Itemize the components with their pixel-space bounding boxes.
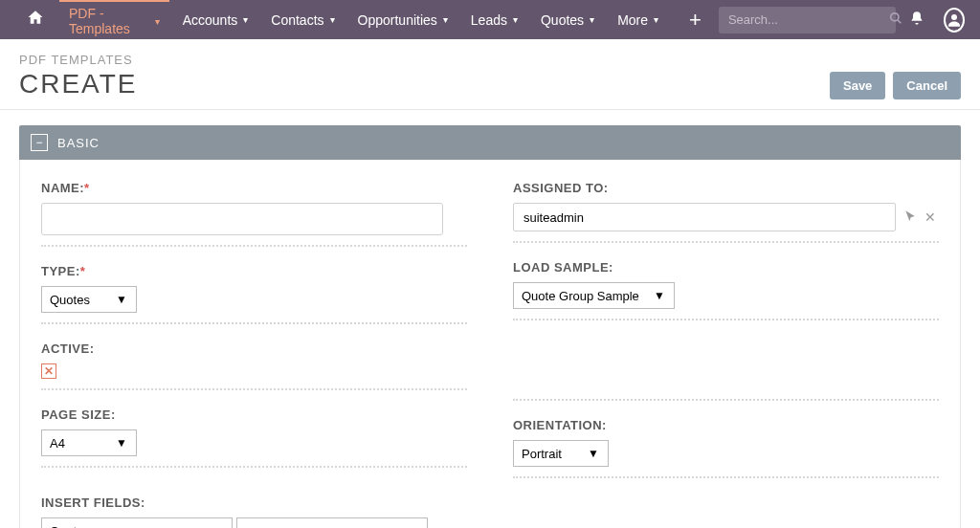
name-input[interactable] (41, 203, 443, 235)
active-label: ACTIVE: (41, 341, 467, 356)
add-icon[interactable]: + (676, 8, 715, 33)
chevron-down-icon: ▾ (155, 16, 160, 27)
home-icon[interactable] (15, 9, 56, 31)
loadsample-label: LOAD SAMPLE: (513, 260, 939, 275)
pagesize-label: PAGE SIZE: (41, 407, 467, 422)
bell-icon[interactable] (900, 11, 934, 30)
svg-point-0 (891, 13, 899, 21)
cancel-button[interactable]: Cancel (893, 72, 961, 99)
insertfields-field-select[interactable] (236, 517, 428, 528)
chevron-down-icon: ▾ (513, 14, 518, 25)
type-select[interactable]: Quotes (41, 286, 137, 313)
nav-quotes[interactable]: Quotes▾ (531, 0, 604, 39)
nav-leads[interactable]: Leads▾ (461, 0, 527, 39)
user-avatar[interactable] (944, 8, 965, 33)
loadsample-select[interactable]: Quote Group Sample (513, 282, 675, 309)
nav-pdf-templates[interactable]: PDF - Templates▾ (59, 0, 169, 38)
nav-more[interactable]: More▾ (608, 0, 668, 39)
panel-header: − BASIC (19, 125, 961, 160)
top-nav: PDF - Templates▾ Accounts▾ Contacts▾ Opp… (0, 0, 980, 39)
orientation-select[interactable]: Portrait (513, 440, 609, 467)
type-label: TYPE:* (41, 264, 467, 278)
chevron-down-icon: ▾ (243, 14, 248, 25)
name-label: NAME:* (41, 181, 467, 195)
collapse-toggle[interactable]: − (31, 134, 48, 151)
nav-accounts[interactable]: Accounts▾ (173, 0, 258, 39)
nav-opportunities[interactable]: Opportunities▾ (348, 0, 457, 39)
clear-icon[interactable]: ✕ (924, 209, 936, 225)
chevron-down-icon: ▾ (443, 14, 448, 25)
pointer-icon[interactable] (903, 209, 917, 226)
breadcrumb: PDF TEMPLATES (19, 53, 138, 67)
insertfields-module-select[interactable]: Quotes (41, 517, 233, 528)
page-header: PDF TEMPLATES CREATE Save Cancel (0, 39, 980, 110)
assigned-label: ASSIGNED TO: (513, 181, 939, 195)
insertfields-label: INSERT FIELDS: (41, 495, 939, 510)
search-input[interactable] (728, 12, 889, 27)
save-button[interactable]: Save (830, 72, 885, 99)
panel-title: BASIC (57, 136, 100, 150)
chevron-down-icon: ▾ (330, 14, 335, 25)
pagesize-select[interactable]: A4 (41, 429, 137, 456)
svg-point-2 (951, 14, 957, 20)
assigned-input[interactable] (513, 203, 896, 231)
orientation-label: ORIENTATION: (513, 418, 939, 432)
active-checkbox[interactable]: ✕ (41, 363, 56, 379)
basic-panel: − BASIC NAME:* TYPE:* Quotes ACTIVE: ✕ (19, 125, 961, 528)
page-title: CREATE (19, 69, 138, 99)
search-box[interactable] (719, 7, 896, 33)
chevron-down-icon: ▾ (590, 14, 594, 25)
chevron-down-icon: ▾ (654, 14, 658, 25)
nav-contacts[interactable]: Contacts▾ (261, 0, 344, 39)
